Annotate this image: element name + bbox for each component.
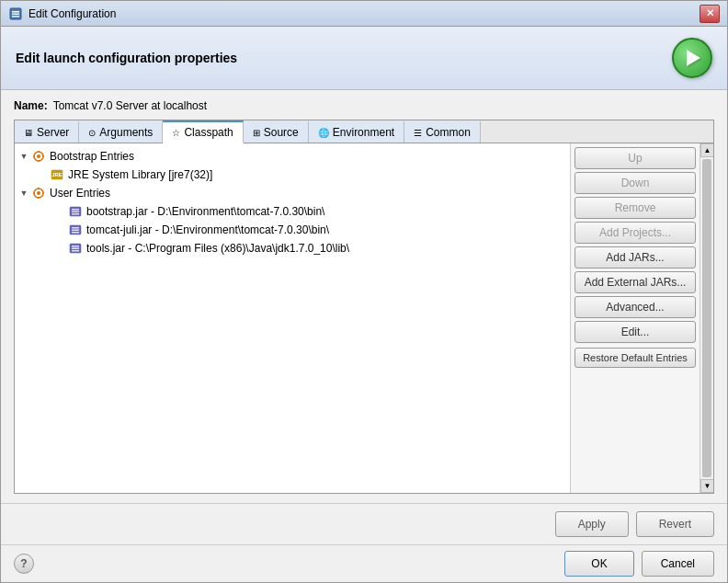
title-bar-text: Edit Configuration bbox=[28, 7, 700, 20]
svg-rect-20 bbox=[72, 211, 79, 213]
header-title: Edit launch configuration properties bbox=[16, 51, 237, 65]
list-item[interactable]: bootstrap.jar - D:\Environment\tomcat-7.… bbox=[15, 202, 570, 221]
svg-rect-21 bbox=[72, 213, 79, 215]
svg-rect-23 bbox=[72, 227, 79, 229]
expand-placeholder bbox=[55, 243, 66, 254]
tab-common-label: Common bbox=[426, 126, 471, 139]
header-section: Edit launch configuration properties bbox=[1, 27, 727, 90]
bootstrap-jar-label: bootstrap.jar - D:\Environment\tomcat-7.… bbox=[86, 205, 324, 218]
footer-bar: ? OK Cancel bbox=[1, 544, 727, 582]
config-panel: 🖥 Server ⊙ Arguments ☆ Classpath ⊞ Sourc… bbox=[14, 120, 714, 494]
svg-point-13 bbox=[37, 191, 40, 195]
tab-source-label: Source bbox=[264, 126, 299, 139]
expand-icon: ▼ bbox=[18, 151, 29, 162]
list-item[interactable]: tools.jar - C:\Program Files (x86)\Java\… bbox=[15, 239, 570, 257]
server-tab-icon: 🖥 bbox=[24, 128, 33, 138]
add-external-jars-button[interactable]: Add External JARs... bbox=[574, 271, 696, 293]
svg-rect-25 bbox=[72, 232, 79, 234]
list-item[interactable]: tomcat-juli.jar - D:\Environment\tomcat-… bbox=[15, 221, 570, 239]
tab-server-label: Server bbox=[37, 126, 69, 139]
list-item[interactable]: ▼ Bootstrap Entries bbox=[15, 147, 570, 166]
apply-button[interactable]: Apply bbox=[555, 511, 629, 537]
bottom-buttons: Apply Revert bbox=[1, 503, 727, 544]
list-item[interactable]: ▼ User Entries bbox=[15, 184, 570, 202]
svg-point-5 bbox=[37, 154, 40, 158]
close-button[interactable]: ✕ bbox=[700, 5, 720, 23]
help-button[interactable]: ? bbox=[14, 554, 34, 574]
list-item[interactable]: JRE JRE System Library [jre7(32)] bbox=[15, 166, 570, 184]
jar-icon-1 bbox=[68, 204, 83, 219]
ok-button[interactable]: OK bbox=[564, 551, 633, 577]
svg-rect-27 bbox=[72, 246, 79, 247]
tab-server[interactable]: 🖥 Server bbox=[15, 120, 79, 143]
restore-defaults-button[interactable]: Restore Default Entries bbox=[574, 348, 696, 368]
name-value: Tomcat v7.0 Server at localhost bbox=[53, 99, 207, 112]
revert-button[interactable]: Revert bbox=[636, 511, 714, 537]
tabs-bar: 🖥 Server ⊙ Arguments ☆ Classpath ⊞ Sourc… bbox=[15, 120, 713, 143]
run-icon bbox=[687, 50, 700, 66]
bootstrap-entries-label: Bootstrap Entries bbox=[50, 150, 134, 163]
expand-icon: ▼ bbox=[18, 188, 29, 199]
jre-label: JRE System Library [jre7(32)] bbox=[68, 168, 212, 181]
user-entries-icon bbox=[31, 186, 46, 200]
svg-rect-28 bbox=[72, 248, 79, 250]
svg-rect-24 bbox=[72, 230, 79, 232]
source-tab-icon: ⊞ bbox=[253, 128, 260, 138]
user-entries-label: User Entries bbox=[50, 187, 110, 200]
main-content: Name: Tomcat v7.0 Server at localhost 🖥 … bbox=[1, 90, 727, 503]
panel-body: ▼ Bootstrap Entries bbox=[15, 143, 713, 493]
environment-tab-icon: 🌐 bbox=[318, 128, 329, 138]
tab-common[interactable]: ☰ Common bbox=[404, 120, 481, 143]
jre-icon: JRE bbox=[50, 167, 64, 182]
svg-rect-1 bbox=[12, 11, 19, 13]
expand-placeholder bbox=[37, 169, 48, 180]
scroll-up-arrow[interactable]: ▲ bbox=[700, 143, 713, 157]
run-button[interactable] bbox=[672, 38, 712, 78]
tab-environment-label: Environment bbox=[333, 126, 394, 139]
tab-environment[interactable]: 🌐 Environment bbox=[309, 120, 404, 143]
name-row: Name: Tomcat v7.0 Server at localhost bbox=[14, 99, 714, 112]
jar-icon-3 bbox=[68, 241, 83, 256]
svg-rect-2 bbox=[12, 13, 19, 15]
side-buttons: Up Down Remove Add Projects... Add JARs.… bbox=[571, 143, 700, 493]
advanced-button[interactable]: Advanced... bbox=[574, 296, 696, 318]
add-jars-button[interactable]: Add JARs... bbox=[574, 246, 696, 269]
expand-placeholder bbox=[55, 224, 66, 235]
bootstrap-icon bbox=[31, 149, 46, 164]
window-icon bbox=[8, 6, 23, 21]
tab-arguments-label: Arguments bbox=[99, 126, 153, 139]
common-tab-icon: ☰ bbox=[414, 128, 422, 138]
cancel-button[interactable]: Cancel bbox=[642, 551, 714, 577]
edit-configuration-window: Edit Configuration ✕ Edit launch configu… bbox=[0, 0, 728, 583]
svg-rect-29 bbox=[72, 250, 79, 252]
tab-classpath-label: Classpath bbox=[184, 126, 233, 139]
tools-jar-label: tools.jar - C:\Program Files (x86)\Java\… bbox=[86, 242, 349, 255]
tab-classpath[interactable]: ☆ Classpath bbox=[163, 120, 243, 143]
tree-section: ▼ Bootstrap Entries bbox=[15, 143, 571, 493]
remove-button[interactable]: Remove bbox=[574, 197, 696, 219]
tab-source[interactable]: ⊞ Source bbox=[244, 120, 309, 143]
scroll-down-arrow[interactable]: ▼ bbox=[700, 479, 713, 493]
add-projects-button[interactable]: Add Projects... bbox=[574, 222, 696, 244]
name-label: Name: bbox=[14, 99, 48, 112]
scrollbar[interactable]: ▲ ▼ bbox=[700, 143, 713, 493]
jar-icon-2 bbox=[68, 223, 83, 237]
tab-arguments[interactable]: ⊙ Arguments bbox=[79, 120, 163, 143]
tomcat-juli-label: tomcat-juli.jar - D:\Environment\tomcat-… bbox=[86, 223, 329, 236]
footer-buttons: OK Cancel bbox=[564, 551, 714, 577]
classpath-tab-icon: ☆ bbox=[172, 128, 180, 138]
expand-placeholder bbox=[55, 206, 66, 217]
arguments-tab-icon: ⊙ bbox=[88, 128, 96, 138]
svg-rect-3 bbox=[12, 16, 19, 17]
edit-button[interactable]: Edit... bbox=[574, 321, 696, 343]
scroll-thumb[interactable] bbox=[702, 159, 711, 477]
down-button[interactable]: Down bbox=[574, 172, 696, 194]
svg-rect-19 bbox=[72, 209, 79, 211]
svg-text:JRE: JRE bbox=[51, 172, 63, 177]
title-bar: Edit Configuration ✕ bbox=[1, 1, 727, 27]
up-button[interactable]: Up bbox=[574, 147, 696, 169]
